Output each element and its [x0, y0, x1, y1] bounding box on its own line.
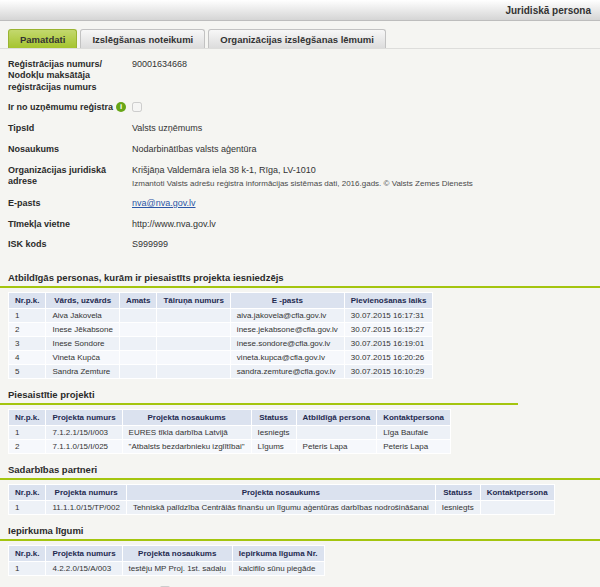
- table-cell: Līgums: [251, 439, 296, 453]
- table-row: 4Vineta Kupčavineta.kupca@cfla.gov.lv30.…: [9, 350, 433, 364]
- table-cell: [119, 308, 156, 322]
- table-row: 111.1.1.0/15/TP/002Tehniskā palīdzība Ce…: [9, 500, 555, 514]
- section-projekti: Piesaistītie projekti Nr.p.k.Projekta nu…: [0, 389, 600, 454]
- table-cell: 5: [9, 364, 46, 378]
- table-cell: Sandra Zemture: [46, 364, 120, 378]
- table-cell: 7.1.1.0/15/I/025: [46, 439, 122, 453]
- section-personas-title: Atbildīgās personas, kurām ir piesaistīt…: [0, 272, 600, 283]
- form-row-tipsid: TipsId Valsts uzņēmums: [8, 123, 600, 135]
- table-cell: [157, 364, 230, 378]
- table-cell: Līga Baufale: [377, 425, 451, 439]
- table-cell: EURES tīkla darbība Latvijā: [122, 425, 251, 439]
- column-header: Nr.p.k.: [9, 545, 46, 561]
- table-cell: 30.07.2015 16:20:26: [344, 350, 433, 364]
- section-partneri-title: Sadarbības partneri: [0, 464, 600, 475]
- column-header: Kontaktpersona: [377, 409, 451, 425]
- table-row: 3Inese Sondoreinese.sondore@cfla.gov.lv3…: [9, 336, 433, 350]
- table-cell: [119, 322, 156, 336]
- adrese-label: Organizācijas juridiskā adrese: [8, 165, 132, 189]
- tab-pamatdati[interactable]: Pamatdati: [8, 29, 77, 48]
- form-row-reg-number: Reģistrācijas numurs/ Nodokļu maksātāja …: [8, 59, 600, 93]
- tipsid-value: Valsts uzņēmums: [132, 123, 600, 135]
- table-cell: [157, 308, 230, 322]
- isk-value: S999999: [132, 239, 600, 251]
- table-cell: 1: [9, 561, 46, 575]
- table-cell: kalcifilo sūnu piegāde: [232, 561, 324, 575]
- table-cell: 7.1.2.1/15/I/003: [46, 425, 122, 439]
- tipsid-label: TipsId: [8, 123, 132, 135]
- table-cell: Inese Sondore: [46, 336, 120, 350]
- table-cell: testēju MP Proj. 1st. sadaļu: [122, 561, 232, 575]
- ligumi-table: Nr.p.k.Projekta numursProjekta nosaukums…: [8, 545, 325, 576]
- column-header: Nr.p.k.: [9, 484, 46, 500]
- table-cell: 1: [9, 500, 46, 514]
- table-cell: 30.07.2015 16:10:29: [344, 364, 433, 378]
- column-header: Iepirkuma līguma Nr.: [232, 545, 324, 561]
- window-titlebar: Juridiskā persona: [0, 0, 600, 21]
- table-cell: 1: [9, 425, 46, 439]
- table-cell: 2: [9, 439, 46, 453]
- table-cell: Inese Jēkabsone: [46, 322, 120, 336]
- adrese-value: Krišjāņa Valdemāra iela 38 k-1, Rīga, LV…: [132, 165, 600, 189]
- nosaukums-label: Nosaukums: [8, 144, 132, 156]
- table-cell: vineta.kupca@cfla.gov.lv: [230, 350, 344, 364]
- adrese-note: Izmantoti Valsts adrešu reģistra informā…: [132, 179, 600, 189]
- table-cell: [480, 500, 554, 514]
- entity-type-label: Juridiskā persona: [505, 5, 591, 16]
- table-row: 27.1.1.0/15/I/025"Atbalsts bezdarbnieku …: [9, 439, 451, 453]
- section-partneri: Sadarbības partneri Nr.p.k.Projekta numu…: [0, 464, 600, 515]
- table-cell: 4: [9, 350, 46, 364]
- section-ligumi: Iepirkuma līgumi Nr.p.k.Projekta numursP…: [0, 525, 600, 576]
- info-icon[interactable]: i: [116, 102, 126, 112]
- reg-number-value: 90001634668: [132, 59, 600, 93]
- table-cell: [119, 350, 156, 364]
- table-cell: Tehniskā palīdzība Centrālās finanšu un …: [126, 500, 435, 514]
- epasts-label: E-pasts: [8, 198, 132, 210]
- column-header: Atbildīgā persona: [296, 409, 377, 425]
- adrese-text: Krišjāņa Valdemāra iela 38 k-1, Rīga, LV…: [132, 165, 600, 177]
- reg-number-label: Reģistrācijas numurs/ Nodokļu maksātāja …: [8, 59, 132, 93]
- tab-izslegsanas-noteikumi[interactable]: Izslēgšanas noteikumi: [80, 29, 205, 48]
- table-cell: Iesniegts: [435, 500, 480, 514]
- column-header: Projekta numurs: [46, 484, 126, 500]
- column-header: Kontaktpersona: [480, 484, 554, 500]
- table-cell: inese.jekabsone@cfla.gov.lv: [230, 322, 344, 336]
- form-row-isk: ISK kods S999999: [8, 239, 600, 251]
- isk-label: ISK kods: [8, 239, 132, 251]
- column-header: Vārds, uzvārds: [46, 292, 120, 308]
- table-cell: 1: [9, 308, 46, 322]
- column-header: Projekta nosaukums: [126, 484, 435, 500]
- table-cell: Vineta Kupča: [46, 350, 120, 364]
- table-cell: 30.07.2015 16:15:27: [344, 322, 433, 336]
- tab-organizacijas-izslegsanas-lemumi[interactable]: Organizācijas izslēgšanas lēmumi: [208, 29, 386, 48]
- table-header-row: Nr.p.k.Projekta numursProjekta nosaukums…: [9, 409, 451, 425]
- table-cell: 4.2.2.0/15/A/003: [46, 561, 122, 575]
- table-cell: [296, 425, 377, 439]
- table-cell: 30.07.2015 16:17:31: [344, 308, 433, 322]
- from-register-value: [132, 102, 600, 115]
- nosaukums-value: Nodarbinātības valsts aģentūra: [132, 144, 600, 156]
- email-link[interactable]: nva@nva.gov.lv: [132, 198, 196, 208]
- column-header: Tālruņa numurs: [157, 292, 230, 308]
- column-header: Projekta nosaukums: [122, 409, 251, 425]
- form-row-adrese: Organizācijas juridiskā adrese Krišjāņa …: [8, 165, 600, 189]
- from-register-checkbox[interactable]: [132, 102, 142, 112]
- section-divider: [0, 403, 518, 405]
- table-row: 1Aiva Jakovelaaiva.jakovela@cfla.gov.lv3…: [9, 308, 433, 322]
- section-ligumi-title: Iepirkuma līgumi: [0, 525, 600, 536]
- table-cell: inese.sondore@cfla.gov.lv: [230, 336, 344, 350]
- column-header: Projekta nosaukums: [122, 545, 232, 561]
- section-divider: [0, 286, 600, 288]
- tab-strip: Pamatdati Izslēgšanas noteikumi Organizā…: [0, 29, 600, 49]
- table-cell: [119, 336, 156, 350]
- column-header: Nr.p.k.: [9, 292, 46, 308]
- table-cell: [157, 350, 230, 364]
- table-row: 17.1.2.1/15/I/003EURES tīkla darbība Lat…: [9, 425, 451, 439]
- table-cell: "Atbalsts bezdarbnieku izglītībai": [122, 439, 251, 453]
- section-divider: [0, 478, 600, 480]
- column-header: Projekta numurs: [46, 409, 122, 425]
- partneri-table: Nr.p.k.Projekta numursProjekta nosaukums…: [8, 484, 555, 515]
- table-cell: [157, 336, 230, 350]
- column-header: Pievienošanas laiks: [344, 292, 433, 308]
- table-cell: 11.1.1.0/15/TP/002: [46, 500, 126, 514]
